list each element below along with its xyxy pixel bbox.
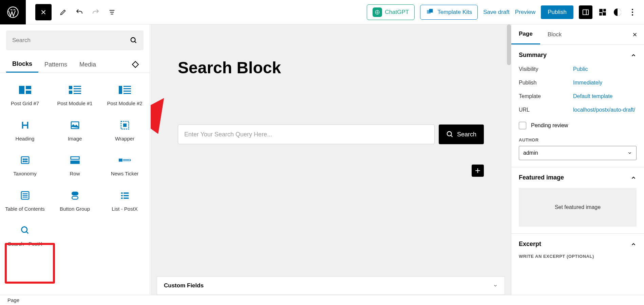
publish-value[interactable]: Immediately [573, 80, 602, 86]
svg-rect-5 [599, 9, 603, 12]
block-label: Row [70, 170, 80, 177]
block-label: Wrapper [115, 135, 134, 142]
breadcrumb[interactable]: Page [7, 297, 19, 303]
page-title[interactable]: Search Block [178, 58, 484, 77]
template-value[interactable]: Default template [573, 93, 613, 99]
search-button[interactable]: Search [439, 125, 484, 144]
editor-topbar: ChatGPT Template Kits Save draft Preview… [0, 0, 644, 24]
block-search-input[interactable] [12, 37, 130, 44]
svg-rect-41 [119, 159, 122, 162]
inserter-tabs: Blocks Patterns Media [0, 56, 150, 73]
chatgpt-button[interactable]: ChatGPT [367, 4, 415, 20]
svg-rect-21 [74, 91, 81, 92]
block-label: News Ticker [111, 170, 139, 177]
svg-point-10 [632, 9, 633, 10]
settings-sidebar: Page Block Summary Visibility Public Pub… [511, 24, 644, 295]
tab-patterns[interactable]: Patterns [38, 57, 73, 72]
chevron-up-icon [630, 52, 637, 58]
block-grid: Post Grid #7 Post Module #1 Post Module … [0, 73, 150, 253]
block-list-postx[interactable]: List - PostX [100, 183, 150, 218]
close-sidebar-button[interactable] [626, 25, 644, 44]
visibility-value[interactable]: Public [573, 66, 588, 72]
tab-blocks[interactable]: Blocks [6, 56, 38, 73]
block-post-module-1[interactable]: Post Module #1 [50, 78, 100, 113]
svg-rect-45 [22, 193, 27, 194]
excerpt-toggle[interactable]: Excerpt [519, 241, 637, 248]
url-row: URL localhost/postx/auto-draft/ [519, 107, 637, 113]
block-label: Taxonomy [13, 170, 36, 177]
svg-rect-20 [69, 91, 72, 94]
save-draft-button[interactable]: Save draft [483, 9, 510, 16]
svg-point-57 [447, 132, 452, 136]
search-button-label: Search [457, 131, 476, 138]
svg-rect-23 [119, 86, 122, 94]
block-post-module-2[interactable]: Post Module #2 [100, 78, 150, 113]
search-icon [446, 131, 454, 138]
custom-fields-panel[interactable]: Custom Fields [157, 277, 505, 295]
block-row[interactable]: Row [50, 148, 100, 183]
block-taxonomy[interactable]: Taxonomy [0, 148, 50, 183]
settings-toggle[interactable] [579, 5, 592, 19]
search-query-input[interactable]: Enter Your Search Query Here... [178, 125, 435, 144]
block-news-ticker[interactable]: News Ticker [100, 148, 150, 183]
url-value[interactable]: localhost/postx/auto-draft/ [573, 107, 635, 113]
svg-rect-40 [75, 161, 79, 164]
summary-section: Summary Visibility Public Publish Immedi… [511, 45, 644, 167]
redo-icon[interactable] [91, 7, 100, 17]
block-post-grid-7[interactable]: Post Grid #7 [0, 78, 50, 113]
svg-rect-51 [124, 192, 129, 194]
svg-rect-49 [72, 196, 78, 199]
svg-rect-42 [123, 159, 129, 160]
document-overview-icon[interactable] [107, 7, 117, 17]
publish-button[interactable]: Publish [541, 5, 573, 19]
block-wrapper[interactable]: Wrapper [100, 113, 150, 148]
undo-icon[interactable] [75, 7, 84, 17]
block-label: Button Group [60, 206, 90, 212]
canvas-scrollbar[interactable] [507, 24, 511, 65]
tool-icons [58, 7, 117, 17]
excerpt-label: WRITE AN EXCERPT (OPTIONAL) [519, 254, 637, 259]
post-module-2-icon [119, 84, 131, 96]
pending-review-checkbox[interactable] [519, 122, 526, 129]
svg-rect-39 [71, 161, 74, 164]
more-options-icon[interactable] [628, 7, 637, 17]
edit-tool-icon[interactable] [58, 7, 68, 17]
preview-button[interactable]: Preview [515, 9, 535, 16]
yoast-icon[interactable] [613, 7, 622, 17]
svg-rect-8 [603, 12, 606, 16]
visibility-row: Visibility Public [519, 66, 637, 72]
svg-rect-24 [124, 86, 131, 87]
svg-rect-48 [72, 192, 78, 195]
template-kits-button[interactable]: Template Kits [420, 5, 478, 20]
block-search-postx[interactable]: Search - PostX [0, 218, 50, 253]
block-search-box[interactable] [6, 31, 144, 50]
taxonomy-icon [19, 154, 31, 166]
author-select[interactable]: admin [519, 146, 637, 160]
svg-rect-7 [599, 13, 602, 16]
wordpress-logo[interactable] [0, 0, 26, 24]
featured-image-toggle[interactable]: Featured image [519, 174, 637, 181]
chevron-up-icon [630, 241, 637, 247]
explore-icon[interactable] [127, 56, 144, 73]
block-heading[interactable]: Heading [0, 113, 50, 148]
svg-rect-18 [74, 86, 81, 87]
tab-media[interactable]: Media [73, 57, 102, 72]
block-button-group[interactable]: Button Group [50, 183, 100, 218]
search-block-icon [19, 224, 31, 236]
tab-page[interactable]: Page [511, 24, 540, 44]
summary-toggle[interactable]: Summary [519, 52, 637, 59]
set-featured-image-button[interactable]: Set featured image [519, 188, 637, 227]
svg-point-13 [131, 38, 135, 42]
tab-block[interactable]: Block [540, 25, 569, 44]
add-block-button[interactable] [472, 165, 484, 177]
block-label: Table of Contents [5, 206, 45, 212]
svg-rect-15 [26, 86, 31, 89]
svg-rect-25 [124, 88, 131, 89]
pending-review-label: Pending review [531, 122, 568, 129]
postx-settings-icon[interactable] [598, 7, 607, 17]
svg-rect-6 [603, 9, 606, 12]
block-table-of-contents[interactable]: Table of Contents [0, 183, 50, 218]
template-row: Template Default template [519, 93, 637, 99]
close-inserter-button[interactable] [35, 4, 52, 20]
block-image[interactable]: Image [50, 113, 100, 148]
